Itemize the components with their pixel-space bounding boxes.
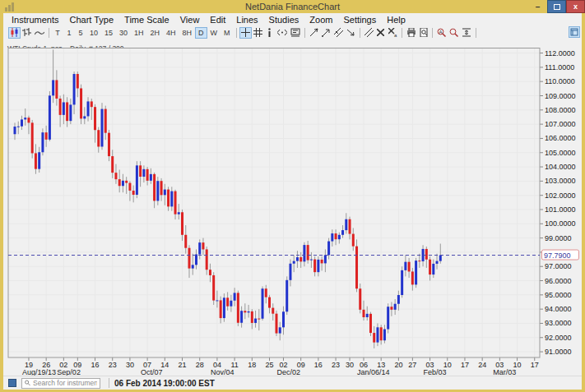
print-preview-button[interactable]	[418, 27, 429, 39]
menu-time-scale[interactable]: Time Scale	[124, 15, 169, 25]
print-button[interactable]	[405, 27, 418, 39]
timeframe-1h-button[interactable]: 1H	[131, 27, 147, 39]
svg-text:Sep/02: Sep/02	[57, 368, 81, 376]
delete-line-button[interactable]	[375, 27, 387, 39]
svg-text:91.0000: 91.0000	[545, 348, 572, 356]
svg-text:111.0000: 111.0000	[545, 63, 574, 71]
svg-text:30: 30	[126, 361, 134, 369]
status-bar: 06 Feb 2014 19:00:00 EST	[3, 376, 582, 390]
zoom-out-button[interactable]	[448, 27, 460, 39]
timeframe-10m-button[interactable]: 10	[86, 27, 101, 39]
menu-lines[interactable]: Lines	[236, 15, 258, 25]
period-week-button[interactable]: W	[207, 27, 221, 39]
info-button[interactable]	[264, 27, 276, 39]
timeframe-tick-button[interactable]: T	[52, 27, 63, 39]
grid-toggle-button[interactable]	[252, 27, 264, 39]
angle-lines-button[interactable]	[363, 27, 375, 39]
fit-scale-icon	[462, 28, 471, 37]
svg-text:103.0000: 103.0000	[545, 177, 576, 185]
ohlc-bars-button[interactable]	[21, 27, 33, 39]
price-chart[interactable]: 91.000092.000093.000094.000095.000096.00…	[3, 48, 582, 376]
zoom-out-icon	[449, 28, 458, 37]
toolbar: T 1 5 10 15 30 1H 2H 4H 8H D W M	[3, 25, 582, 39]
dock-panel-button[interactable]	[569, 26, 580, 38]
svg-text:28: 28	[196, 361, 204, 369]
crosshair-button[interactable]	[239, 27, 252, 39]
svg-text:107.0000: 107.0000	[545, 120, 576, 128]
svg-text:Aug/19/13: Aug/19/13	[22, 368, 56, 376]
svg-text:17: 17	[531, 361, 539, 369]
pin-icon	[570, 28, 578, 36]
maximize-button[interactable]	[547, 0, 566, 13]
svg-text:21: 21	[179, 361, 187, 369]
candlestick-chart-button[interactable]	[8, 27, 21, 39]
channel-tool-button[interactable]	[332, 27, 345, 39]
trend-line-tool-button[interactable]	[308, 27, 320, 39]
svg-text:20: 20	[394, 361, 402, 369]
title-bar: NetDania FinanceChart – x	[0, 0, 585, 13]
timeframe-2h-button[interactable]: 2H	[147, 27, 164, 39]
timeframe-1m-button[interactable]: 1	[63, 27, 75, 39]
delete-all-lines-button[interactable]: a	[387, 27, 399, 39]
svg-text:A: A	[439, 30, 442, 35]
svg-text:13: 13	[377, 361, 385, 369]
svg-text:95.0000: 95.0000	[545, 291, 572, 299]
period-day-button[interactable]: D	[195, 27, 207, 39]
scroll-mode-button[interactable]	[276, 27, 289, 39]
svg-text:14: 14	[160, 361, 169, 369]
period-month-button[interactable]: M	[221, 27, 234, 39]
timeframe-8h-button[interactable]: 8H	[179, 27, 196, 39]
svg-text:106.0000: 106.0000	[545, 134, 576, 142]
minimize-button[interactable]: –	[528, 0, 547, 13]
menu-instruments[interactable]: Instruments	[12, 15, 58, 25]
status-separator	[109, 378, 109, 388]
info-icon	[267, 28, 272, 37]
menu-zoom[interactable]: Zoom	[309, 15, 332, 25]
timeframe-15m-button[interactable]: 15	[101, 27, 116, 39]
panel-toggle-icon[interactable]	[8, 379, 16, 387]
svg-text:108.0000: 108.0000	[545, 106, 576, 114]
svg-text:Jan/06/14: Jan/06/14	[357, 368, 390, 376]
close-button[interactable]: x	[566, 0, 585, 13]
svg-text:30: 30	[346, 361, 354, 369]
svg-text:92.0000: 92.0000	[545, 334, 572, 342]
menu-studies[interactable]: Studies	[269, 15, 299, 25]
menu-edit[interactable]: Edit	[210, 15, 225, 25]
ray-line-icon	[322, 28, 331, 37]
menu-bar: Instruments Chart Type Time Scale View E…	[3, 13, 582, 25]
svg-text:93.0000: 93.0000	[545, 319, 572, 327]
menu-chart-type[interactable]: Chart Type	[69, 15, 114, 25]
svg-text:18: 18	[248, 361, 256, 369]
timeframe-30m-button[interactable]: 30	[116, 27, 131, 39]
search-input[interactable]	[33, 379, 97, 387]
menu-help[interactable]: Help	[387, 15, 406, 25]
svg-text:10: 10	[443, 361, 452, 369]
candlestick-icon	[10, 28, 19, 37]
svg-text:97.7900: 97.7900	[544, 251, 571, 260]
svg-text:16: 16	[91, 361, 100, 369]
chart-label-row: WTI Crude 1. pos. , Daily, # 127 / 300	[3, 39, 582, 48]
svg-text:100.0000: 100.0000	[545, 219, 576, 228]
svg-text:a: a	[394, 33, 397, 37]
zoom-in-button[interactable]: A	[435, 27, 448, 39]
horizontal-scroll-icon	[277, 30, 287, 35]
timeframe-4h-button[interactable]: 4H	[163, 27, 179, 39]
page-preview-icon	[420, 28, 428, 37]
delete-icon	[377, 29, 384, 36]
menu-view[interactable]: View	[180, 15, 200, 25]
fit-scale-button[interactable]	[460, 27, 473, 39]
line-chart-button[interactable]	[33, 27, 46, 39]
menu-settings[interactable]: Settings	[343, 15, 376, 25]
svg-text:Mar/03: Mar/03	[493, 368, 516, 376]
ray-line-tool-button[interactable]	[320, 27, 332, 39]
svg-text:Feb/03: Feb/03	[424, 368, 447, 376]
svg-text:Nov/04: Nov/04	[211, 368, 234, 376]
svg-text:23: 23	[109, 361, 117, 369]
instrument-search-box[interactable]	[21, 378, 100, 389]
timeframe-5m-button[interactable]: 5	[75, 27, 86, 39]
svg-text:24: 24	[478, 361, 486, 369]
arrow-line-tool-button[interactable]	[345, 27, 357, 39]
svg-text:97.0000: 97.0000	[545, 262, 572, 270]
last-update-timestamp: 06 Feb 2014 19:00:00 EST	[114, 379, 215, 388]
value-labels-button[interactable]	[289, 27, 302, 39]
